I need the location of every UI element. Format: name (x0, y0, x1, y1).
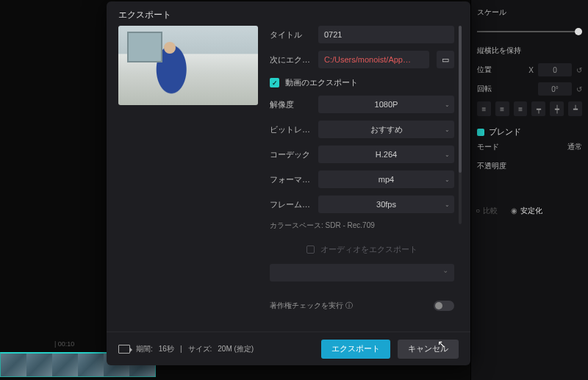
tab-stabilize[interactable]: ◉安定化 (511, 206, 542, 216)
chevron-down-icon: ⌄ (445, 151, 450, 158)
export-preview-thumbnail (118, 26, 258, 105)
copyright-check-toggle[interactable] (434, 301, 454, 311)
chevron-down-icon: ⌄ (445, 101, 450, 108)
browse-folder-button[interactable]: ▭ (437, 51, 454, 68)
colorspace-info: カラースペース: SDR - Rec.709 (270, 221, 454, 231)
blend-section-header: ブレンド (477, 126, 582, 137)
video-export-checkbox[interactable]: ✓ (270, 78, 279, 87)
codec-select[interactable]: H.264⌄ (318, 146, 454, 163)
codec-label: コーデック (270, 149, 311, 160)
align-bottom-icon[interactable]: ┷ (568, 101, 582, 116)
inspector-panel: スケール 縦横比を保持 位置 X 0 ↺ 回転 0° ↺ ≡ ≡ ≡ ┯ ┿ ┷… (470, 0, 588, 380)
reset-icon[interactable]: ↺ (576, 66, 582, 74)
align-left-icon[interactable]: ≡ (477, 101, 491, 116)
tab-compare[interactable]: ○比較 (476, 206, 498, 216)
rotation-value[interactable]: 0° (538, 82, 572, 96)
position-x-value[interactable]: 0 (538, 63, 572, 76)
export-dialog: エクスポート タイトル 0721 次にエク… C:/Users/monoist/… (107, 1, 470, 365)
dialog-title: エクスポート (107, 1, 470, 26)
scale-label: スケール (477, 7, 582, 18)
scale-slider[interactable] (477, 31, 582, 32)
position-x-label: X (528, 66, 534, 74)
video-export-section-header[interactable]: ✓ 動画のエクスポート (270, 77, 454, 88)
export-path-input[interactable]: C:/Users/monoist/App… (318, 51, 429, 68)
align-center-icon[interactable]: ≡ (495, 101, 509, 116)
cancel-button[interactable]: キャンセル (398, 340, 459, 359)
title-input[interactable]: 0721 (318, 26, 454, 43)
keep-ratio-label: 縦横比を保持 (477, 46, 582, 56)
copyright-check-label: 著作権チェックを実行 ⓘ (270, 301, 353, 311)
audio-export-checkbox[interactable] (306, 245, 315, 254)
chevron-down-icon: ⌄ (445, 176, 450, 183)
video-file-icon (118, 345, 130, 354)
chevron-down-icon: ⌄ (445, 126, 450, 133)
scrollbar[interactable] (459, 26, 462, 224)
framerate-label: フレーム… (270, 199, 311, 210)
blend-mode-label: モード (477, 142, 563, 152)
align-top-icon[interactable]: ┯ (531, 101, 545, 116)
resolution-label: 解像度 (270, 99, 311, 110)
align-middle-icon[interactable]: ┿ (550, 101, 564, 116)
chevron-down-icon: ⌄ (445, 201, 450, 208)
format-label: フォーマット (270, 174, 311, 185)
reset-icon[interactable]: ↺ (576, 85, 582, 93)
export-path-label: 次にエク… (270, 54, 311, 65)
position-label: 位置 (477, 65, 524, 75)
align-right-icon[interactable]: ≡ (514, 101, 528, 116)
export-button[interactable]: エクスポート (321, 340, 390, 359)
blend-mode-value[interactable]: 通常 (567, 142, 582, 152)
title-field-label: タイトル (270, 29, 311, 40)
bitrate-select[interactable]: おすすめ⌄ (318, 121, 454, 138)
bitrate-label: ビットレート (270, 124, 311, 135)
audio-format-select[interactable] (270, 264, 454, 282)
format-select[interactable]: mp4⌄ (318, 171, 454, 188)
audio-export-section-header[interactable]: オーディオをエクスポート (270, 244, 454, 255)
rotation-label: 回転 (477, 84, 534, 94)
resolution-select[interactable]: 1080P⌄ (318, 96, 454, 113)
folder-icon: ▭ (442, 55, 449, 65)
framerate-select[interactable]: 30fps⌄ (318, 196, 454, 213)
blend-checkbox-icon[interactable] (477, 129, 484, 136)
export-info: 期間: 16秒 | サイズ: 20M (推定) (118, 344, 254, 354)
opacity-label: 不透明度 (477, 161, 582, 171)
